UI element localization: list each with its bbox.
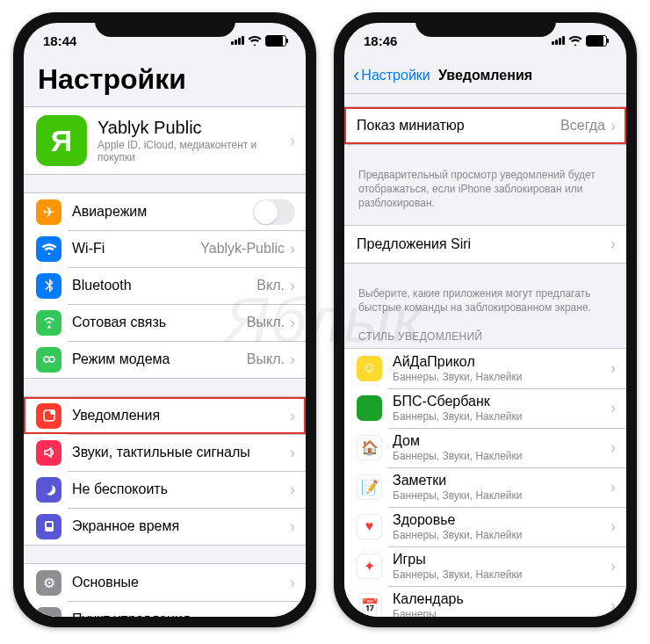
app-name: Игры	[393, 552, 610, 568]
wifi-settings-icon	[36, 236, 61, 262]
cellular-icon	[36, 310, 61, 336]
app-name: Дом	[393, 433, 610, 449]
svg-rect-6	[44, 616, 54, 617]
app-icon	[357, 395, 382, 421]
siri-suggestions-label: Предложения Siri	[357, 236, 471, 252]
status-time: 18:46	[364, 33, 397, 48]
app-notification-cell[interactable]: БПС-Сбербанк Баннеры, Звуки, Наклейки ›	[344, 388, 626, 428]
general-label: Основные	[72, 575, 139, 590]
chevron-right-icon: ›	[610, 359, 616, 378]
app-sub: Баннеры, Звуки, Наклейки	[393, 410, 610, 423]
dnd-icon	[36, 477, 61, 503]
siri-suggestions-footer: Выберите, какие приложения могут предлаг…	[344, 281, 626, 316]
app-notification-cell[interactable]: ☺ АйДаПрикол Баннеры, Звуки, Наклейки ›	[344, 348, 626, 388]
chevron-right-icon: ›	[290, 517, 295, 536]
app-notification-cell[interactable]: 📅 Календарь Баннеры ›	[344, 586, 626, 617]
app-icon: ✦	[357, 554, 382, 579]
show-previews-footer: Предварительный просмотр уведомлений буд…	[344, 163, 626, 213]
svg-point-8	[45, 615, 48, 617]
notifications-cell[interactable]: Уведомления ›	[24, 396, 306, 434]
chevron-right-icon: ›	[610, 478, 616, 496]
wifi-value: Yablyk-Public	[200, 241, 285, 257]
notifications-icon	[36, 403, 61, 429]
chevron-right-icon: ›	[610, 557, 616, 575]
hotspot-cell[interactable]: Режим модема Выкл. ›	[24, 341, 306, 379]
chevron-right-icon: ›	[610, 117, 616, 135]
show-previews-value: Всегда	[560, 118, 605, 134]
profile-name: Yablyk Public	[98, 118, 290, 138]
signal-icon	[552, 36, 565, 45]
page-title: Настройки	[38, 63, 292, 96]
show-previews-cell[interactable]: Показ миниатюр Всегда ›	[344, 106, 626, 145]
siri-suggestions-cell[interactable]: Предложения Siri ›	[344, 225, 626, 264]
chevron-right-icon: ›	[290, 277, 295, 295]
nav-title: Уведомления	[438, 68, 532, 83]
app-sub: Баннеры, Звуки, Наклейки	[393, 529, 610, 541]
dnd-label: Не беспокоить	[72, 481, 168, 497]
airplane-switch[interactable]	[253, 199, 295, 225]
screentime-icon	[36, 514, 61, 539]
chevron-right-icon: ›	[290, 132, 295, 150]
status-bar: 18:44	[24, 23, 306, 58]
bluetooth-cell[interactable]: Bluetooth Вкл. ›	[24, 267, 306, 304]
back-button[interactable]: ‹ Настройки	[353, 58, 430, 93]
hotspot-icon	[36, 347, 61, 373]
app-notification-cell[interactable]: ♥ Здоровье Баннеры, Звуки, Наклейки ›	[344, 507, 626, 546]
chevron-right-icon: ›	[290, 574, 295, 592]
general-cell[interactable]: ⚙ Основные ›	[24, 563, 306, 601]
chevron-right-icon: ›	[610, 438, 616, 457]
app-name: Здоровье	[393, 512, 610, 528]
app-sub: Баннеры	[393, 608, 610, 617]
cellular-label: Сотовая связь	[72, 315, 166, 330]
bluetooth-value: Вкл.	[256, 278, 285, 293]
control-center-cell[interactable]: Пункт управления ›	[24, 601, 306, 617]
airplane-cell[interactable]: ✈ Авиарежим	[24, 192, 306, 230]
control-center-icon	[36, 607, 61, 618]
sounds-icon	[36, 440, 61, 466]
bluetooth-label: Bluetooth	[72, 278, 132, 293]
chevron-right-icon: ›	[290, 351, 295, 369]
dnd-cell[interactable]: Не беспокоить ›	[24, 471, 306, 508]
app-notification-cell[interactable]: 📝 Заметки Баннеры, Звуки, Наклейки ›	[344, 467, 626, 507]
app-icon: ☺	[357, 356, 382, 381]
app-icon: ♥	[357, 514, 382, 539]
app-sub: Баннеры, Звуки, Наклейки	[393, 489, 610, 502]
battery-icon	[265, 35, 286, 47]
chevron-right-icon: ›	[290, 240, 295, 258]
status-bar: 18:46	[344, 23, 626, 58]
app-name: Календарь	[393, 591, 610, 607]
chevron-right-icon: ›	[610, 399, 616, 417]
svg-rect-5	[47, 523, 52, 527]
control-center-label: Пункт управления	[72, 611, 191, 617]
app-notification-cell[interactable]: 🏠 Дом Баннеры, Звуки, Наклейки ›	[344, 428, 626, 467]
screentime-cell[interactable]: Экранное время ›	[24, 508, 306, 546]
phone-left: 18:44 Настройки Я Yablyk Public	[13, 12, 316, 627]
hotspot-value: Выкл.	[247, 351, 285, 367]
status-time: 18:44	[43, 33, 76, 48]
app-notification-cell[interactable]: ✦ Игры Баннеры, Звуки, Наклейки ›	[344, 546, 626, 586]
profile-avatar: Я	[36, 115, 87, 166]
bluetooth-icon	[36, 273, 61, 299]
wifi-cell[interactable]: Wi-Fi Yablyk-Public ›	[24, 230, 306, 267]
sounds-label: Звуки, тактильные сигналы	[72, 445, 250, 460]
app-sub: Баннеры, Звуки, Наклейки	[393, 371, 610, 383]
wifi-icon	[568, 33, 582, 48]
airplane-label: Авиарежим	[72, 204, 147, 220]
sounds-cell[interactable]: Звуки, тактильные сигналы ›	[24, 434, 306, 471]
chevron-left-icon: ‹	[353, 64, 359, 87]
cellular-cell[interactable]: Сотовая связь Выкл. ›	[24, 304, 306, 341]
apple-id-cell[interactable]: Я Yablyk Public Apple ID, iCloud, медиак…	[24, 106, 306, 175]
notification-style-header: СТИЛЬ УВЕДОМЛЕНИЙ	[344, 325, 626, 348]
nav-bar: ‹ Настройки Уведомления	[344, 58, 626, 94]
chevron-right-icon: ›	[290, 481, 295, 499]
chevron-right-icon: ›	[610, 597, 616, 615]
wifi-icon	[248, 33, 262, 48]
battery-icon	[586, 35, 607, 47]
app-name: БПС-Сбербанк	[393, 394, 610, 409]
app-name: АйДаПрикол	[393, 354, 610, 370]
app-name: Заметки	[393, 473, 610, 488]
chevron-right-icon: ›	[290, 407, 295, 425]
chevron-right-icon: ›	[290, 611, 295, 618]
app-sub: Баннеры, Звуки, Наклейки	[393, 450, 610, 462]
app-icon: 📅	[357, 593, 382, 617]
